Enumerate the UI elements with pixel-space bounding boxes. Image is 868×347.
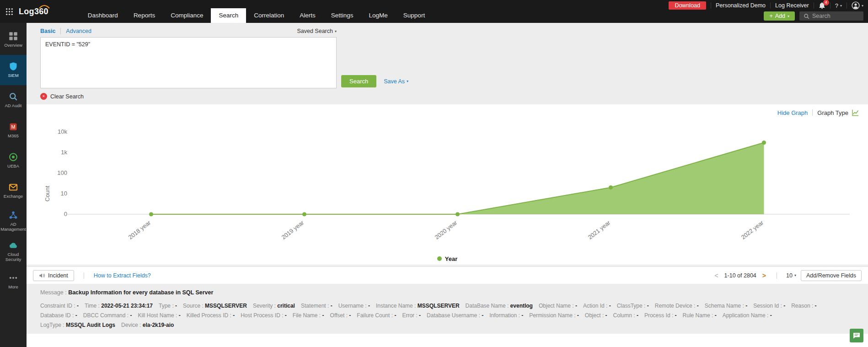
svg-text:2020 year: 2020 year	[434, 219, 459, 241]
notification-bell-button[interactable]: 4	[819, 2, 825, 9]
divider	[814, 2, 814, 9]
chart-container: 0101001k10kCount2018 year2019 year2020 y…	[36, 118, 859, 253]
record-field: Process Id : -	[644, 312, 677, 319]
record-field: Column : -	[613, 312, 638, 319]
svg-text:2021 year: 2021 year	[587, 219, 612, 241]
sidebar-item-label: M365	[7, 134, 20, 139]
divider	[770, 2, 771, 9]
record-field: Username : -	[338, 303, 370, 309]
sidebar-item-m365[interactable]: MM365	[0, 115, 27, 146]
record-field: Type : -	[159, 303, 177, 309]
sidebar-item-label: Overview	[3, 43, 23, 48]
tab-advanced[interactable]: Advanced	[61, 28, 91, 34]
svg-text:1k: 1k	[61, 149, 67, 156]
prev-page-button[interactable]: <	[713, 272, 719, 279]
sidebar-item-siem[interactable]: SIEM	[0, 55, 27, 85]
nav-item-dashboard[interactable]: Dashboard	[80, 8, 126, 23]
save-as-dropdown[interactable]: Save As ▾	[384, 78, 408, 85]
record-field: Kill Host Name : -	[138, 312, 180, 319]
nav-item-correlation[interactable]: Correlation	[246, 8, 292, 23]
incident-button[interactable]: Incident	[33, 270, 74, 281]
help-button[interactable]: ? ▾	[835, 2, 842, 9]
sidebar-item-ueba[interactable]: UEBA	[0, 146, 27, 176]
query-input[interactable]: EVENTID = "529"	[40, 37, 337, 88]
graph-panel: Hide Graph Graph Type 0101001k10kCount20…	[27, 104, 868, 265]
sidebar: OverviewSIEMAD AuditMM365UEBAExchangeAD …	[0, 23, 27, 347]
record-field: Instance Name : MSSQLSERVER	[376, 303, 460, 309]
feedback-button[interactable]	[850, 329, 863, 342]
svg-text:100: 100	[57, 169, 67, 176]
message-label: Message :	[40, 289, 68, 296]
record-field: File Name : -	[293, 312, 324, 319]
nav-item-search[interactable]: Search	[211, 8, 246, 23]
notification-badge: 4	[823, 0, 829, 5]
global-search-input[interactable]	[812, 13, 858, 19]
nav-item-compliance[interactable]: Compliance	[163, 8, 211, 23]
sidebar-item-label: AD Audit	[4, 103, 23, 108]
clear-search-label: Clear Search	[50, 93, 84, 100]
divider	[711, 2, 711, 9]
clear-search-button[interactable]: × Clear Search	[40, 93, 84, 100]
svg-text:10k: 10k	[58, 128, 67, 135]
tab-basic[interactable]: Basic	[40, 28, 61, 34]
chart-legend: Year	[36, 253, 859, 265]
page-size-dropdown[interactable]: 10 ▾	[786, 272, 796, 279]
record-field: LogType : MSSQL Audit Logs	[40, 322, 115, 328]
search-button[interactable]: Search	[341, 75, 376, 87]
sidebar-item-overview[interactable]: Overview	[0, 25, 27, 55]
sidebar-item-ad-management[interactable]: AD Management	[0, 206, 27, 236]
nav-item-settings[interactable]: Settings	[323, 8, 361, 23]
record-field: Application Name : -	[723, 312, 772, 319]
graph-type-button[interactable]: Graph Type	[817, 109, 859, 116]
sidebar-item-label: SIEM	[7, 73, 19, 78]
mail-icon	[9, 183, 18, 192]
grid-icon	[9, 32, 18, 41]
saved-search-dropdown[interactable]: Saved Search ▾	[297, 28, 337, 34]
svg-text:10: 10	[61, 190, 67, 197]
extract-fields-link[interactable]: How to Extract Fields?	[94, 272, 151, 279]
sidebar-item-cloud-security[interactable]: Cloud Security	[0, 236, 27, 266]
user-menu-button[interactable]: ▾	[852, 1, 863, 10]
download-button[interactable]: Download	[669, 1, 706, 10]
log-receiver-link[interactable]: Log Receiver	[775, 2, 809, 9]
chevron-down-icon: ▾	[862, 4, 863, 8]
add-button[interactable]: + Add ▾	[764, 11, 795, 21]
record-field: Object : -	[585, 312, 607, 319]
sidebar-item-more[interactable]: More	[0, 266, 27, 297]
personalized-demo-link[interactable]: Personalized Demo	[716, 2, 766, 9]
record-field: Information : -	[489, 312, 523, 319]
record-field: Reason : -	[791, 303, 816, 309]
record-field: Object Name : -	[539, 303, 577, 309]
chevron-down-icon: ▾	[407, 79, 408, 83]
sidebar-item-exchange[interactable]: Exchange	[0, 176, 27, 206]
shield-icon	[9, 62, 18, 71]
divider	[84, 272, 84, 279]
clear-icon: ×	[40, 93, 47, 100]
log-record: Message : Backup Information for every d…	[27, 284, 868, 334]
hide-graph-link[interactable]: Hide Graph	[777, 109, 808, 116]
record-field: DBCC Command : -	[83, 312, 132, 319]
app-launcher-icon[interactable]	[5, 8, 13, 16]
sidebar-item-ad-audit[interactable]: AD Audit	[0, 85, 27, 115]
record-field: Failure Count : -	[357, 312, 396, 319]
nav-item-alerts[interactable]: Alerts	[292, 8, 323, 23]
ueba-icon	[9, 152, 18, 162]
record-field: DataBase Name : eventlog	[466, 303, 533, 309]
svg-text:Count: Count	[44, 185, 51, 201]
logo-swoosh-icon	[38, 4, 50, 9]
message-value: Backup Information for every database in…	[68, 289, 213, 296]
nav-item-support[interactable]: Support	[396, 8, 433, 23]
record-field: Schema Name : -	[705, 303, 747, 309]
sidebar-item-label: More	[7, 285, 19, 290]
nav-item-logme[interactable]: LogMe	[361, 8, 396, 23]
next-page-button[interactable]: >	[761, 272, 767, 279]
record-field: Severity : critical	[253, 303, 295, 309]
add-remove-fields-button[interactable]: Add/Remove Fields	[801, 270, 862, 281]
main-nav: DashboardReportsComplianceSearchCorrelat…	[80, 0, 433, 23]
record-field-row: LogType : MSSQL Audit LogsDevice : ela-2…	[40, 322, 863, 328]
results-toolbar: Incident How to Extract Fields? < 1-10 o…	[27, 266, 868, 284]
feedback-icon	[853, 332, 860, 339]
nav-item-reports[interactable]: Reports	[126, 8, 163, 23]
record-field: Action Id : -	[583, 303, 611, 309]
sidebar-item-label: UEBA	[6, 164, 20, 169]
